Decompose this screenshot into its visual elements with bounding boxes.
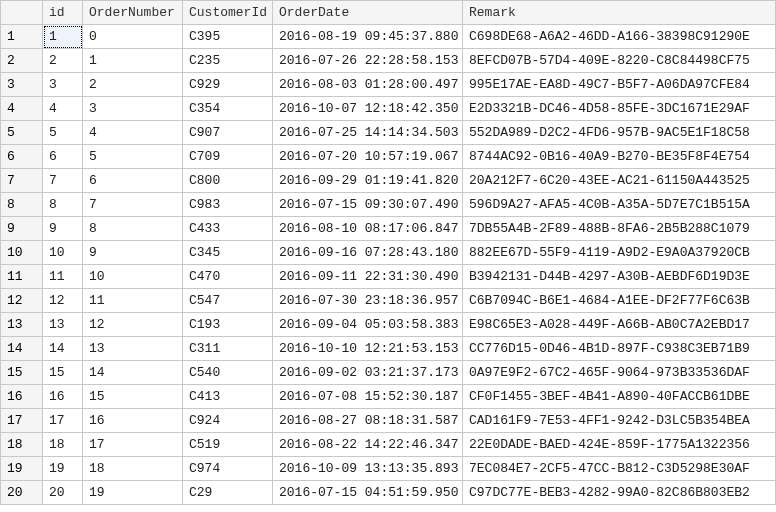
col-header-remark[interactable]: Remark bbox=[463, 1, 776, 25]
cell-remark[interactable]: 882EE67D-55F9-4119-A9D2-E9A0A37920CB bbox=[463, 241, 776, 265]
row-number-cell[interactable]: 10 bbox=[1, 241, 43, 265]
cell-id[interactable]: 15 bbox=[43, 361, 83, 385]
cell-customerid[interactable]: C974 bbox=[183, 457, 273, 481]
cell-customerid[interactable]: C413 bbox=[183, 385, 273, 409]
cell-id[interactable]: 6 bbox=[43, 145, 83, 169]
cell-customerid[interactable]: C354 bbox=[183, 97, 273, 121]
cell-id[interactable]: 16 bbox=[43, 385, 83, 409]
cell-remark[interactable]: CC776D15-0D46-4B1D-897F-C938C3EB71B9 bbox=[463, 337, 776, 361]
cell-orderdate[interactable]: 2016-07-26 22:28:58.153 bbox=[273, 49, 463, 73]
col-header-id[interactable]: id bbox=[43, 1, 83, 25]
cell-id[interactable]: 18 bbox=[43, 433, 83, 457]
cell-orderdate[interactable]: 2016-09-02 03:21:37.173 bbox=[273, 361, 463, 385]
cell-id[interactable]: 13 bbox=[43, 313, 83, 337]
cell-customerid[interactable]: C929 bbox=[183, 73, 273, 97]
cell-id[interactable]: 20 bbox=[43, 481, 83, 505]
table-row[interactable]: 221C2352016-07-26 22:28:58.1538EFCD07B-5… bbox=[1, 49, 776, 73]
cell-ordernumber[interactable]: 9 bbox=[83, 241, 183, 265]
cell-customerid[interactable]: C519 bbox=[183, 433, 273, 457]
cell-remark[interactable]: E2D3321B-DC46-4D58-85FE-3DC1671E29AF bbox=[463, 97, 776, 121]
cell-ordernumber[interactable]: 8 bbox=[83, 217, 183, 241]
table-row[interactable]: 111110C4702016-09-11 22:31:30.490B394213… bbox=[1, 265, 776, 289]
cell-id[interactable]: 8 bbox=[43, 193, 83, 217]
data-grid[interactable]: id OrderNumber CustomerId OrderDate Rema… bbox=[0, 0, 776, 505]
table-row[interactable]: 202019C292016-07-15 04:51:59.950C97DC77E… bbox=[1, 481, 776, 505]
row-number-cell[interactable]: 19 bbox=[1, 457, 43, 481]
cell-customerid[interactable]: C470 bbox=[183, 265, 273, 289]
cell-remark[interactable]: CF0F1455-3BEF-4B41-A890-40FACCB61DBE bbox=[463, 385, 776, 409]
table-row[interactable]: 191918C9742016-10-09 13:13:35.8937EC084E… bbox=[1, 457, 776, 481]
cell-id[interactable]: 5 bbox=[43, 121, 83, 145]
cell-ordernumber[interactable]: 18 bbox=[83, 457, 183, 481]
cell-ordernumber[interactable]: 6 bbox=[83, 169, 183, 193]
cell-customerid[interactable]: C924 bbox=[183, 409, 273, 433]
cell-remark[interactable]: 596D9A27-AFA5-4C0B-A35A-5D7E7C1B515A bbox=[463, 193, 776, 217]
cell-orderdate[interactable]: 2016-09-29 01:19:41.820 bbox=[273, 169, 463, 193]
row-number-cell[interactable]: 4 bbox=[1, 97, 43, 121]
table-row[interactable]: 332C9292016-08-03 01:28:00.497995E17AE-E… bbox=[1, 73, 776, 97]
cell-remark[interactable]: 8744AC92-0B16-40A9-B270-BE35F8F4E754 bbox=[463, 145, 776, 169]
table-row[interactable]: 121211C5472016-07-30 23:18:36.957C6B7094… bbox=[1, 289, 776, 313]
table-row[interactable]: 181817C5192016-08-22 14:22:46.34722E0DAD… bbox=[1, 433, 776, 457]
cell-orderdate[interactable]: 2016-07-20 10:57:19.067 bbox=[273, 145, 463, 169]
cell-remark[interactable]: 552DA989-D2C2-4FD6-957B-9AC5E1F18C58 bbox=[463, 121, 776, 145]
cell-id[interactable]: 7 bbox=[43, 169, 83, 193]
row-number-cell[interactable]: 8 bbox=[1, 193, 43, 217]
cell-remark[interactable]: 8EFCD07B-57D4-409E-8220-C8C84498CF75 bbox=[463, 49, 776, 73]
cell-ordernumber[interactable]: 3 bbox=[83, 97, 183, 121]
cell-id[interactable]: 4 bbox=[43, 97, 83, 121]
cell-orderdate[interactable]: 2016-08-19 09:45:37.880 bbox=[273, 25, 463, 49]
cell-customerid[interactable]: C540 bbox=[183, 361, 273, 385]
row-number-cell[interactable]: 1 bbox=[1, 25, 43, 49]
cell-remark[interactable]: C6B7094C-B6E1-4684-A1EE-DF2F77F6C63B bbox=[463, 289, 776, 313]
cell-orderdate[interactable]: 2016-08-03 01:28:00.497 bbox=[273, 73, 463, 97]
row-number-cell[interactable]: 17 bbox=[1, 409, 43, 433]
cell-remark[interactable]: 7EC084E7-2CF5-47CC-B812-C3D5298E30AF bbox=[463, 457, 776, 481]
cell-ordernumber[interactable]: 19 bbox=[83, 481, 183, 505]
cell-customerid[interactable]: C311 bbox=[183, 337, 273, 361]
cell-ordernumber[interactable]: 10 bbox=[83, 265, 183, 289]
row-number-cell[interactable]: 12 bbox=[1, 289, 43, 313]
cell-orderdate[interactable]: 2016-07-15 04:51:59.950 bbox=[273, 481, 463, 505]
table-row[interactable]: 554C9072016-07-25 14:14:34.503552DA989-D… bbox=[1, 121, 776, 145]
cell-remark[interactable]: 20A212F7-6C20-43EE-AC21-61150A443525 bbox=[463, 169, 776, 193]
cell-ordernumber[interactable]: 13 bbox=[83, 337, 183, 361]
cell-remark[interactable]: C698DE68-A6A2-46DD-A166-38398C91290E bbox=[463, 25, 776, 49]
cell-customerid[interactable]: C235 bbox=[183, 49, 273, 73]
table-row[interactable]: 443C3542016-10-07 12:18:42.350E2D3321B-D… bbox=[1, 97, 776, 121]
cell-id[interactable]: 14 bbox=[43, 337, 83, 361]
corner-cell[interactable] bbox=[1, 1, 43, 25]
row-number-cell[interactable]: 11 bbox=[1, 265, 43, 289]
col-header-ordernumber[interactable]: OrderNumber bbox=[83, 1, 183, 25]
table-row[interactable]: 110C3952016-08-19 09:45:37.880C698DE68-A… bbox=[1, 25, 776, 49]
cell-orderdate[interactable]: 2016-07-25 14:14:34.503 bbox=[273, 121, 463, 145]
cell-customerid[interactable]: C395 bbox=[183, 25, 273, 49]
cell-customerid[interactable]: C800 bbox=[183, 169, 273, 193]
cell-id[interactable]: 1 bbox=[43, 25, 83, 49]
cell-remark[interactable]: 0A97E9F2-67C2-465F-9064-973B33536DAF bbox=[463, 361, 776, 385]
cell-orderdate[interactable]: 2016-07-30 23:18:36.957 bbox=[273, 289, 463, 313]
cell-ordernumber[interactable]: 16 bbox=[83, 409, 183, 433]
cell-orderdate[interactable]: 2016-10-07 12:18:42.350 bbox=[273, 97, 463, 121]
cell-id[interactable]: 3 bbox=[43, 73, 83, 97]
cell-orderdate[interactable]: 2016-08-27 08:18:31.587 bbox=[273, 409, 463, 433]
cell-customerid[interactable]: C29 bbox=[183, 481, 273, 505]
row-number-cell[interactable]: 9 bbox=[1, 217, 43, 241]
cell-remark[interactable]: 7DB55A4B-2F89-488B-8FA6-2B5B288C1079 bbox=[463, 217, 776, 241]
table-row[interactable]: 776C8002016-09-29 01:19:41.82020A212F7-6… bbox=[1, 169, 776, 193]
table-row[interactable]: 151514C5402016-09-02 03:21:37.1730A97E9F… bbox=[1, 361, 776, 385]
cell-customerid[interactable]: C433 bbox=[183, 217, 273, 241]
cell-ordernumber[interactable]: 17 bbox=[83, 433, 183, 457]
row-number-cell[interactable]: 5 bbox=[1, 121, 43, 145]
table-row[interactable]: 998C4332016-08-10 08:17:06.8477DB55A4B-2… bbox=[1, 217, 776, 241]
table-row[interactable]: 171716C9242016-08-27 08:18:31.587CAD161F… bbox=[1, 409, 776, 433]
cell-remark[interactable]: 22E0DADE-BAED-424E-859F-1775A1322356 bbox=[463, 433, 776, 457]
table-row[interactable]: 141413C3112016-10-10 12:21:53.153CC776D1… bbox=[1, 337, 776, 361]
row-number-cell[interactable]: 13 bbox=[1, 313, 43, 337]
cell-id[interactable]: 10 bbox=[43, 241, 83, 265]
cell-id[interactable]: 12 bbox=[43, 289, 83, 313]
row-number-cell[interactable]: 20 bbox=[1, 481, 43, 505]
row-number-cell[interactable]: 2 bbox=[1, 49, 43, 73]
row-number-cell[interactable]: 14 bbox=[1, 337, 43, 361]
cell-id[interactable]: 11 bbox=[43, 265, 83, 289]
